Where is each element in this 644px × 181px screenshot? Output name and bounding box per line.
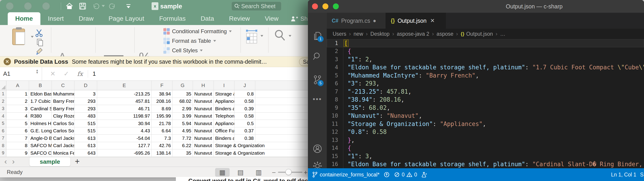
cell-A4[interactable]: 4	[6, 113, 29, 120]
cell-H4[interactable]: Nunavut	[193, 113, 214, 120]
breadcrumb-item-new[interactable]: new	[354, 31, 363, 37]
cell-A9[interactable]: 9	[6, 149, 29, 157]
conditional-formatting-button[interactable]: Conditional Formatting	[164, 28, 232, 35]
cell-E9[interactable]: -695.26	[97, 149, 152, 157]
cells-dropdown-icon[interactable]	[260, 35, 263, 37]
cell-B2[interactable]: 1.7 Cubic Foot Compact "Cube" Office Ref…	[29, 98, 52, 105]
cell-F8[interactable]: 42.76	[152, 142, 172, 149]
cell-E6[interactable]: 4.43	[97, 127, 152, 135]
zoom-window-button[interactable]	[333, 4, 339, 9]
publish-changes-icon[interactable]	[384, 171, 390, 178]
sheet-tab-sample[interactable]: sample	[30, 157, 70, 166]
column-header-D[interactable]: D	[74, 81, 97, 90]
code-line-15[interactable]: 15 "1": 3,	[327, 152, 644, 160]
cell-D8[interactable]: 613	[74, 142, 97, 149]
cell-C5[interactable]: Carlos Soltero	[52, 120, 74, 127]
code-line-9[interactable]: 9 "35": 68.02,	[327, 104, 644, 112]
problems-item[interactable]: 0 0	[394, 172, 417, 178]
code-line-14[interactable]: 14 {	[327, 144, 644, 152]
row-header-1[interactable]: 1	[0, 90, 6, 98]
row-header-4[interactable]: 4	[0, 113, 6, 120]
cell-C7[interactable]: Carl Jackson	[52, 135, 74, 142]
code-line-4[interactable]: 4 "Eldon Base for stackable storage shel…	[327, 63, 644, 72]
cell-F2[interactable]: 208.16	[152, 98, 172, 105]
formula-input[interactable]: 1	[92, 71, 96, 77]
more-views-icon[interactable]: •••	[308, 92, 327, 106]
code-line-7[interactable]: 7 "-213.25": 457.81,	[327, 88, 644, 96]
cell-A1[interactable]: 1	[6, 90, 29, 98]
cell-C4[interactable]: Clay Rozendal	[52, 113, 74, 120]
undo-icon[interactable]	[92, 2, 101, 10]
breadcrumb-item-aspose[interactable]: aspose	[436, 31, 454, 37]
breadcrumb-item-aspose-java-2[interactable]: aspose-java 2	[397, 31, 429, 37]
zoom-slider-knob[interactable]	[286, 169, 292, 175]
column-header-F[interactable]: F	[152, 81, 172, 90]
row-header-5[interactable]: 5	[0, 120, 6, 127]
cell-F9[interactable]: 138.14	[152, 149, 172, 157]
editing-dropdown-icon[interactable]	[289, 35, 291, 37]
cells-button[interactable]	[244, 28, 259, 45]
cell-E1[interactable]: -213.25	[97, 90, 152, 98]
cancel-icon[interactable]: ✕	[50, 70, 55, 78]
column-header-B[interactable]: B	[29, 81, 52, 90]
search-icon[interactable]	[308, 49, 327, 64]
cell-A7[interactable]: 7	[6, 135, 29, 142]
cell-H5[interactable]: Nunavut	[193, 120, 214, 127]
next-sheet-icon[interactable]: ›	[10, 157, 17, 166]
cell-G8[interactable]: 6.22	[172, 142, 193, 149]
cell-A2[interactable]: 2	[6, 98, 29, 105]
name-box-spinner[interactable]: ▲▼	[36, 69, 38, 74]
ribbon-tab-review[interactable]: Review	[222, 12, 257, 25]
row-header-2[interactable]: 2	[0, 98, 6, 105]
column-header-C[interactable]: C	[52, 81, 74, 90]
cell-C1[interactable]: Muhammed MacIntyre	[52, 90, 74, 98]
cell-H6[interactable]: Nunavut	[193, 127, 214, 135]
cell-G2[interactable]: 68.02	[172, 98, 193, 105]
cell-J3[interactable]: 0.39	[234, 105, 255, 112]
cell-D7[interactable]: 613	[74, 135, 97, 142]
cell-E8[interactable]: 127.7	[97, 142, 152, 149]
cell-B6[interactable]: G.E. Longer-Life Indoor Recessed Floodli…	[29, 127, 52, 135]
cell-E2[interactable]: 457.81	[97, 98, 152, 105]
cell-B7[interactable]: Angle-D Binders with Locking Rings, Labe…	[29, 135, 52, 142]
cell-E4[interactable]: 1198.97	[97, 113, 152, 120]
close-window-button[interactable]	[312, 4, 318, 9]
close-tab-icon[interactable]: ✕	[430, 18, 435, 24]
cell-I5[interactable]: Appliances	[214, 120, 234, 127]
breadcrumb-item-desktop[interactable]: Desktop	[370, 31, 390, 37]
cell-B9[interactable]: SAFCO Commercial Wire Shelving, Black	[29, 149, 52, 157]
ribbon-tab-insert[interactable]: Insert	[40, 12, 71, 25]
cell-C6[interactable]: Carlos Soltero	[52, 127, 74, 135]
code-line-11[interactable]: 11 "Storage & Organization": "Appliances…	[327, 120, 644, 128]
cell-C2[interactable]: Barry French	[52, 98, 74, 105]
breadcrumb-item-file[interactable]: Output.json	[466, 31, 493, 37]
cut-button[interactable]	[34, 29, 44, 38]
cell-I3[interactable]: Binders and Binder Accessories	[214, 105, 234, 112]
code-line-12[interactable]: 12 "0.8": 0.58	[327, 128, 644, 136]
page-layout-view-button[interactable]: ▤	[233, 168, 248, 177]
cell-J2[interactable]: 0.58	[234, 98, 255, 105]
row-header-7[interactable]: 7	[0, 135, 6, 142]
cell-C8[interactable]: Carl Jackson	[52, 142, 74, 149]
ribbon-tab-view[interactable]: View	[257, 12, 286, 25]
cell-D9[interactable]: 643	[74, 149, 97, 157]
cell-J7[interactable]: 0.38	[234, 135, 255, 142]
launch-flask-icon[interactable]	[421, 171, 427, 178]
home-icon[interactable]	[65, 2, 74, 10]
cell-G9[interactable]: 35	[172, 149, 193, 157]
normal-view-button[interactable]: ▦	[215, 168, 230, 177]
cell-G3[interactable]: 2.99	[172, 105, 193, 112]
cell-B3[interactable]: Cardinal Slant-D Ring Binder, Heavy Gaug…	[29, 105, 52, 112]
cell-G4[interactable]: 3.99	[172, 113, 193, 120]
cell-F1[interactable]: 38.94	[152, 90, 172, 98]
column-header-I[interactable]: I	[214, 81, 234, 90]
cell-G5[interactable]: 5.94	[172, 120, 193, 127]
warning-close-icon[interactable]: ✕	[4, 58, 11, 65]
row-header-6[interactable]: 6	[0, 127, 6, 135]
search-input[interactable]	[241, 3, 275, 10]
column-header-A[interactable]: A	[6, 81, 29, 90]
zoom-out-button[interactable]: −	[272, 169, 276, 176]
zoom-window-button[interactable]	[42, 2, 50, 10]
cell-I6[interactable]: Office Furnishings	[214, 127, 234, 135]
cell-J4[interactable]: 0.58	[234, 113, 255, 120]
